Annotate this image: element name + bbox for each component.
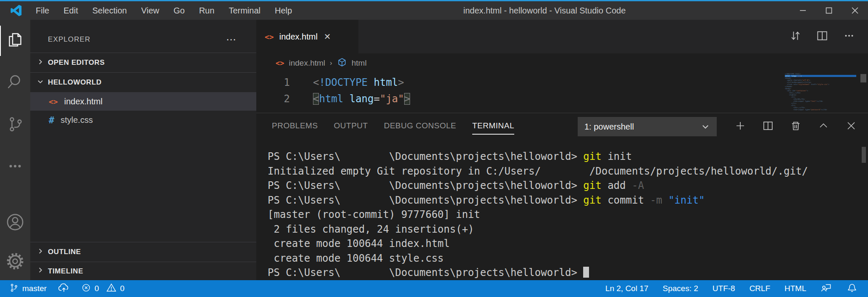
code-text: <!DOCTYPE html> [290,74,404,91]
new-terminal-icon[interactable] [734,120,746,133]
git-branch-status[interactable]: master [3,280,52,297]
activity-search-button[interactable] [0,62,30,104]
terminal-text: git [583,194,601,206]
kill-terminal-trash-icon[interactable] [790,120,802,133]
code-token: > [404,93,410,105]
source-control-icon [6,115,24,135]
chevron-right-icon [37,58,44,68]
cloud-upload-icon [58,282,70,295]
sidebar-header: EXPLORER ⋯ [30,20,256,53]
breadcrumb-symbol[interactable]: html [352,58,367,68]
main-area: EXPLORER ⋯ OPEN EDITORS HELLOWORLD <>ind… [0,20,868,280]
feedback-icon [821,282,832,295]
code-token: !DOCTYPE [319,77,368,88]
file-row-index.html[interactable]: <>index.html [30,92,256,111]
activity-bar [0,20,30,280]
cursor-position-status[interactable]: Ln 2, Col 17 [598,280,655,297]
publish-changes-status[interactable] [52,280,76,297]
explorer-actions-icon[interactable]: ⋯ [226,37,237,42]
indentation-status[interactable]: Spaces: 2 [655,280,705,297]
section-open-editors[interactable]: OPEN EDITORS [30,53,256,72]
minimize-button[interactable] [790,1,816,20]
terminal-text: git [583,151,601,162]
section-outline[interactable]: OUTLINE [30,242,256,262]
maximize-button[interactable] [816,1,842,20]
terminal-scrollbar[interactable] [862,147,866,163]
terminal-text: create mode 100644 index.html [268,238,450,249]
notifications-status[interactable] [839,280,865,297]
language-mode-status[interactable]: HTML [777,280,813,297]
close-window-button[interactable] [842,1,868,20]
panel: PROBLEMSOUTPUTDEBUG CONSOLETERMINAL 1: p… [256,113,868,280]
activity-explorer-button[interactable] [0,20,30,62]
search-icon [6,73,24,93]
status-left: master 0 0 [0,280,130,297]
accounts-icon [6,213,24,233]
terminal-output[interactable]: PS C:\Users\ \Documents\projects\hellowo… [256,140,868,280]
breadcrumb-separator-icon: › [330,59,332,67]
menu-go[interactable]: Go [166,6,192,16]
chevron-down-icon [37,78,44,88]
terminal-shell-select[interactable]: 1: powershell [578,117,717,136]
close-tab-icon[interactable]: ✕ [324,32,331,42]
code-token: html [368,77,398,88]
menu-view[interactable]: View [134,6,166,16]
encoding-value: UTF-8 [713,284,735,293]
activity-settings-button[interactable] [0,244,30,280]
split-terminal-icon[interactable] [762,120,774,133]
html-file-icon: <> [49,97,58,106]
menu-help[interactable]: Help [268,6,299,16]
code-token: lang [350,93,374,105]
section-folder-helloworld[interactable]: HELLOWORLD [30,72,256,92]
split-editor-icon[interactable] [816,29,829,44]
panel-tab-terminal[interactable]: TERMINAL [472,119,514,135]
window-title: index.html - helloworld - Visual Studio … [299,6,790,16]
menu-terminal[interactable]: Terminal [221,6,268,16]
close-panel-icon[interactable] [845,120,857,133]
menu-selection[interactable]: Selection [85,6,134,16]
breadcrumb-file[interactable]: index.html [289,58,325,68]
terminal-text: PS C:\Users\ \Documents\projects\hellowo… [268,194,583,206]
terminal-line: create mode 100644 style.css [268,251,868,266]
panel-tab-output[interactable]: OUTPUT [334,119,368,135]
chevron-right-icon [37,266,44,276]
tab-index-html[interactable]: <> index.html ✕ [256,20,358,53]
problems-status[interactable]: 0 0 [76,280,130,297]
open-changes-icon[interactable] [789,29,802,44]
more-actions-icon[interactable] [843,29,855,44]
menu-file[interactable]: File [29,6,56,16]
terminal-text: init [602,151,632,162]
menu-edit[interactable]: Edit [56,6,85,16]
terminal-line: PS C:\Users\ \Documents\projects\hellowo… [268,265,868,280]
eol-status[interactable]: CRLF [742,280,778,297]
panel-tab-debug-console[interactable]: DEBUG CONSOLE [384,119,456,135]
line-number: 1 [256,74,290,91]
chevron-right-icon [37,247,44,257]
terminal-line: create mode 100644 index.html [268,236,868,251]
code-editor[interactable]: 1<!DOCTYPE html>2<html lang="ja"> <!DOCT… [256,73,868,113]
activity-accounts-button[interactable] [0,202,30,244]
editor-scrollbar[interactable] [860,74,866,82]
explorer-sidebar: EXPLORER ⋯ OPEN EDITORS HELLOWORLD <>ind… [30,20,256,280]
menu-run[interactable]: Run [192,6,222,16]
panel-header: PROBLEMSOUTPUTDEBUG CONSOLETERMINAL 1: p… [256,113,868,140]
terminal-text: PS C:\Users\ \Documents\projects\hellowo… [268,180,583,191]
activity-more-button[interactable] [0,146,30,188]
shell-select-value: 1: powershell [584,122,634,132]
encoding-status[interactable]: UTF-8 [705,280,742,297]
maximize-panel-icon[interactable] [818,120,829,133]
terminal-text: PS C:\Users\ \Documents\projects\hellowo… [268,267,583,278]
terminal-line: PS C:\Users\ \Documents\projects\hellowo… [268,149,868,164]
css-file-icon: # [49,115,54,125]
menubar: FileEditSelectionViewGoRunTerminalHelp [29,6,299,16]
panel-tab-problems[interactable]: PROBLEMS [272,119,318,135]
editor-actions [789,20,868,53]
terminal-line: PS C:\Users\ \Documents\projects\hellowo… [268,193,868,208]
terminal-text: PS C:\Users\ \Documents\projects\hellowo… [268,151,583,162]
activity-source-control-button[interactable] [0,104,30,146]
feedback-status[interactable] [813,280,839,297]
section-timeline[interactable]: TIMELINE [30,262,256,280]
minimap[interactable]: <!DOCTYPE html><html lang="ja"><head> <m… [785,73,856,111]
file-row-style.css[interactable]: #style.css [30,111,256,129]
warning-count: 0 [120,284,125,293]
